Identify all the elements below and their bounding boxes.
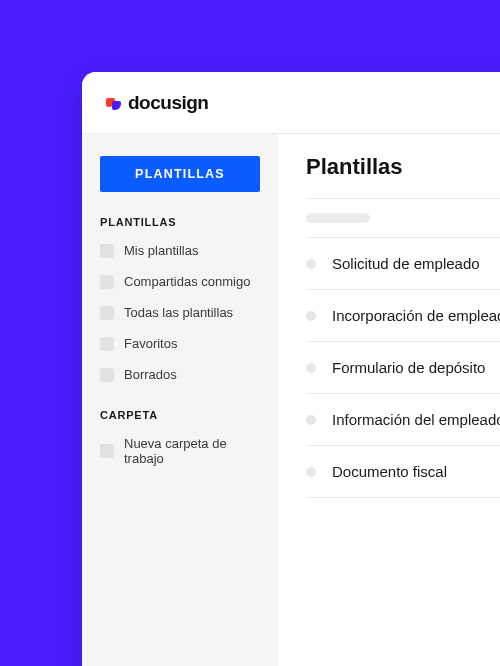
filter-bar bbox=[306, 198, 500, 238]
status-dot-icon bbox=[306, 259, 316, 269]
sidebar-section-folder: CARPETA Nueva carpeta de trabajo bbox=[100, 403, 260, 469]
template-name: Formulario de depósito bbox=[332, 359, 485, 376]
template-row[interactable]: Documento fiscal bbox=[306, 446, 500, 498]
folder-icon bbox=[100, 244, 114, 258]
status-dot-icon bbox=[306, 415, 316, 425]
main-content: Plantillas Solicitud de empleado Incorpo… bbox=[278, 134, 500, 666]
status-dot-icon bbox=[306, 363, 316, 373]
brand[interactable]: docusign bbox=[106, 92, 208, 114]
sidebar-item-label: Mis plantillas bbox=[124, 243, 198, 258]
app-window: docusign Inicio Administrar PLANTILLAS P… bbox=[82, 72, 500, 666]
sidebar-item-deleted[interactable]: Borrados bbox=[100, 364, 260, 385]
sidebar-item-label: Borrados bbox=[124, 367, 177, 382]
topbar: docusign Inicio Administrar bbox=[82, 72, 500, 134]
template-name: Información del empleado bbox=[332, 411, 500, 428]
template-name: Documento fiscal bbox=[332, 463, 447, 480]
template-row[interactable]: Información del empleado bbox=[306, 394, 500, 446]
template-name: Incorporación de empleado bbox=[332, 307, 500, 324]
body: PLANTILLAS PLANTILLAS Mis plantillas Com… bbox=[82, 134, 500, 666]
templates-button[interactable]: PLANTILLAS bbox=[100, 156, 260, 192]
sidebar-item-label: Nueva carpeta de trabajo bbox=[124, 436, 260, 466]
template-row[interactable]: Incorporación de empleado bbox=[306, 290, 500, 342]
page-title: Plantillas bbox=[306, 154, 500, 180]
sidebar: PLANTILLAS PLANTILLAS Mis plantillas Com… bbox=[82, 134, 278, 666]
folder-icon bbox=[100, 306, 114, 320]
sidebar-header-folder: CARPETA bbox=[100, 409, 260, 421]
sidebar-item-label: Favoritos bbox=[124, 336, 177, 351]
sidebar-item-new-work-folder[interactable]: Nueva carpeta de trabajo bbox=[100, 433, 260, 469]
docusign-logo-icon bbox=[106, 95, 122, 111]
sidebar-item-my-templates[interactable]: Mis plantillas bbox=[100, 240, 260, 261]
sidebar-item-shared-with-me[interactable]: Compartidas conmigo bbox=[100, 271, 260, 292]
template-row[interactable]: Solicitud de empleado bbox=[306, 238, 500, 290]
sidebar-item-all-templates[interactable]: Todas las plantillas bbox=[100, 302, 260, 323]
sidebar-item-label: Todas las plantillas bbox=[124, 305, 233, 320]
folder-icon bbox=[100, 275, 114, 289]
brand-name: docusign bbox=[128, 92, 208, 114]
sidebar-item-favorites[interactable]: Favoritos bbox=[100, 333, 260, 354]
sidebar-section-templates: PLANTILLAS Mis plantillas Compartidas co… bbox=[100, 210, 260, 385]
folder-icon bbox=[100, 337, 114, 351]
sidebar-item-label: Compartidas conmigo bbox=[124, 274, 250, 289]
status-dot-icon bbox=[306, 467, 316, 477]
template-name: Solicitud de empleado bbox=[332, 255, 480, 272]
folder-icon bbox=[100, 368, 114, 382]
template-list: Solicitud de empleado Incorporación de e… bbox=[306, 238, 500, 498]
filter-placeholder[interactable] bbox=[306, 213, 370, 223]
sidebar-header-templates: PLANTILLAS bbox=[100, 216, 260, 228]
folder-icon bbox=[100, 444, 114, 458]
status-dot-icon bbox=[306, 311, 316, 321]
template-row[interactable]: Formulario de depósito bbox=[306, 342, 500, 394]
